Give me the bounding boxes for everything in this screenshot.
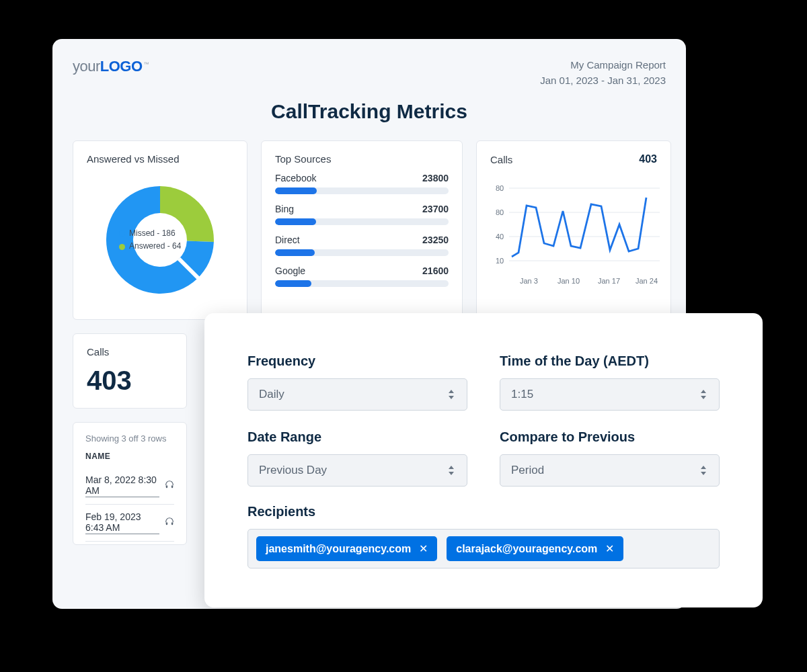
calls-chart-head: Calls 403 xyxy=(490,153,657,165)
daterange-select[interactable]: Previous Day xyxy=(247,454,467,487)
remove-chip-icon[interactable]: ✕ xyxy=(605,542,614,555)
calls-line-chart: 80 80 40 10 Jan 3 Jan 10 Jan 17 Jan 24 xyxy=(490,171,657,301)
report-header: yourLOGO™ My Campaign Report Jan 01, 202… xyxy=(73,58,666,88)
source-value: 23250 xyxy=(422,235,449,245)
frequency-label: Frequency xyxy=(247,353,467,369)
row-name[interactable]: Mar 8, 2022 8:30 AM xyxy=(85,474,159,497)
headphones-icon xyxy=(165,480,174,492)
logo: yourLOGO™ xyxy=(73,58,149,75)
recipient-email: clarajack@youragency.com xyxy=(456,543,597,555)
bar-track xyxy=(275,187,449,194)
bar-fill xyxy=(275,187,317,194)
top-sources-title: Top Sources xyxy=(275,153,449,165)
logo-prefix: your xyxy=(73,58,100,75)
calls-big-value: 403 xyxy=(87,366,173,396)
row-name[interactable]: Feb 19, 2023 6:43 AM xyxy=(85,511,159,534)
source-label: Bing xyxy=(275,204,294,214)
svg-text:10: 10 xyxy=(496,257,504,265)
setting-compare: Compare to Previous Period xyxy=(500,429,720,487)
source-value: 23700 xyxy=(422,204,449,214)
setting-recipients: Recipients janesmith@youragency.com ✕ cl… xyxy=(247,504,720,569)
table-header-name: NAME xyxy=(85,452,174,461)
svg-text:Jan 17: Jan 17 xyxy=(598,277,620,285)
source-row-facebook: Facebook23800 xyxy=(275,173,449,194)
logo-tm: ™ xyxy=(144,61,149,67)
svg-text:Jan 10: Jan 10 xyxy=(558,277,580,285)
headphones-icon xyxy=(165,517,174,529)
report-name: My Campaign Report xyxy=(540,58,666,73)
card-calls-table: Showing 3 off 3 rows NAME Mar 8, 2022 8:… xyxy=(73,422,187,545)
avm-title: Answered vs Missed xyxy=(87,153,233,165)
table-row[interactable]: Mar 8, 2022 8:30 AM xyxy=(85,468,174,505)
calls-chart-title: Calls xyxy=(490,154,512,165)
setting-daterange: Date Range Previous Day xyxy=(247,429,467,487)
frequency-select[interactable]: Daily xyxy=(247,378,467,411)
compare-value: Period xyxy=(511,464,544,477)
svg-rect-12 xyxy=(166,485,167,488)
remove-chip-icon[interactable]: ✕ xyxy=(419,542,428,555)
setting-frequency: Frequency Daily xyxy=(247,353,467,411)
table-row[interactable]: Feb 19, 2023 6:43 AM xyxy=(85,505,174,542)
compare-label: Compare to Previous xyxy=(500,429,720,445)
bar-fill xyxy=(275,218,316,225)
card-calls-total: Calls 403 xyxy=(73,333,187,409)
card-calls-chart: Calls 403 80 80 40 10 xyxy=(476,140,671,320)
bar-track xyxy=(275,280,449,287)
svg-text:80: 80 xyxy=(496,208,504,216)
table-row-count: Showing 3 off 3 rows xyxy=(85,433,174,444)
settings-grid: Frequency Daily Time of the Day (AEDT) 1… xyxy=(247,353,720,487)
source-row-bing: Bing23700 xyxy=(275,204,449,225)
svg-text:Jan 3: Jan 3 xyxy=(520,277,538,285)
recipients-input[interactable]: janesmith@youragency.com ✕ clarajack@you… xyxy=(247,529,720,569)
card-answered-vs-missed: Answered vs Missed Missed - 186 Answered… xyxy=(73,140,247,320)
setting-time: Time of the Day (AEDT) 1:15 xyxy=(500,353,720,411)
svg-rect-14 xyxy=(166,522,167,525)
time-value: 1:15 xyxy=(511,388,533,401)
calls-chart-total: 403 xyxy=(639,153,657,165)
source-label: Facebook xyxy=(275,173,316,183)
card-top-sources: Top Sources Facebook23800 Bing23700 Dire… xyxy=(261,140,463,320)
sort-icon xyxy=(699,464,708,476)
bar-track xyxy=(275,249,449,256)
report-date-range: Jan 01, 2023 - Jan 31, 2023 xyxy=(540,73,666,89)
page-title: CallTracking Metrics xyxy=(73,100,666,123)
bar-track xyxy=(275,218,449,225)
logo-bold: LOGO xyxy=(100,58,143,75)
header-meta: My Campaign Report Jan 01, 2023 - Jan 31… xyxy=(540,58,666,88)
sort-icon xyxy=(447,464,456,476)
time-select[interactable]: 1:15 xyxy=(500,378,720,411)
cards-row-top: Answered vs Missed Missed - 186 Answered… xyxy=(73,140,666,320)
svg-text:Jan 24: Jan 24 xyxy=(636,277,658,285)
source-value: 21600 xyxy=(422,265,449,276)
recipient-chip[interactable]: clarajack@youragency.com ✕ xyxy=(447,536,623,561)
svg-text:80: 80 xyxy=(496,184,504,192)
source-row-direct: Direct23250 xyxy=(275,235,449,256)
bar-fill xyxy=(275,280,311,287)
compare-select[interactable]: Period xyxy=(500,454,720,487)
settings-panel: Frequency Daily Time of the Day (AEDT) 1… xyxy=(204,313,763,607)
svg-text:40: 40 xyxy=(496,233,504,241)
legend-answered: Answered - 64 xyxy=(119,240,181,253)
svg-rect-15 xyxy=(171,522,173,525)
source-value: 23800 xyxy=(422,173,449,183)
svg-rect-13 xyxy=(171,485,173,488)
source-row-google: Google21600 xyxy=(275,265,449,287)
recipients-label: Recipients xyxy=(247,504,720,519)
sort-icon xyxy=(699,388,708,401)
calls-big-title: Calls xyxy=(87,346,173,358)
daterange-label: Date Range xyxy=(247,429,467,445)
legend-missed: Missed - 186 xyxy=(119,227,181,240)
frequency-value: Daily xyxy=(259,388,284,401)
daterange-value: Previous Day xyxy=(259,464,327,477)
recipient-email: janesmith@youragency.com xyxy=(266,543,411,555)
source-label: Direct xyxy=(275,235,300,245)
time-label: Time of the Day (AEDT) xyxy=(500,353,720,369)
donut-legend: Missed - 186 Answered - 64 xyxy=(119,227,181,253)
source-label: Google xyxy=(275,265,305,276)
sort-icon xyxy=(447,388,456,401)
bar-fill xyxy=(275,249,315,256)
recipient-chip[interactable]: janesmith@youragency.com ✕ xyxy=(256,536,437,561)
